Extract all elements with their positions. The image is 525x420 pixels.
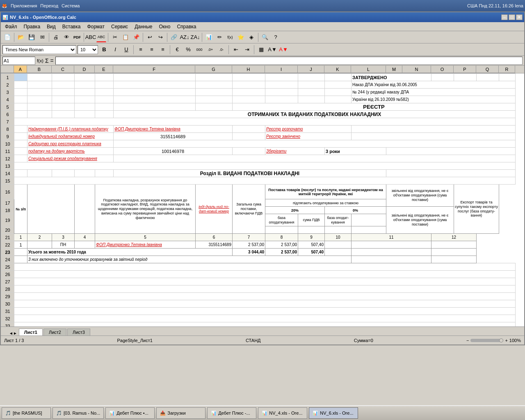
cell-L19[interactable]: [352, 214, 386, 226]
cell-O23[interactable]: [431, 249, 477, 256]
thousands-button[interactable]: 000: [194, 45, 204, 55]
zoom-button[interactable]: 🔍: [260, 32, 270, 42]
cell-I20[interactable]: [265, 226, 298, 234]
percent-button[interactable]: %: [183, 45, 193, 55]
cell-B24[interactable]: 3 них включено до уточнюючих розрахунків…: [27, 256, 352, 263]
align-right-button[interactable]: ≡: [158, 45, 168, 55]
cell-D6[interactable]: [75, 111, 95, 118]
cell-I11[interactable]: Зберігати: [265, 148, 325, 155]
row-num-24[interactable]: 24: [1, 256, 14, 263]
cell-O21[interactable]: 12: [431, 234, 477, 241]
cell-I8[interactable]: Реєстр розпочато: [265, 126, 352, 133]
col-header-H[interactable]: H: [232, 66, 265, 73]
cell-I1[interactable]: [265, 74, 298, 81]
cell-A6[interactable]: [14, 111, 27, 118]
redo-button[interactable]: ↪: [155, 32, 165, 42]
cell-N16[interactable]: Експорт товарів та супутніх такому експо…: [454, 185, 499, 234]
macro-button[interactable]: ⭐: [236, 32, 246, 42]
cell-A23[interactable]: [14, 249, 27, 256]
col-header-K[interactable]: K: [324, 66, 351, 73]
font-size-select[interactable]: 10: [78, 45, 98, 54]
preview-button[interactable]: 👁: [62, 32, 71, 42]
cell-A13[interactable]: [14, 162, 516, 170]
cell-J19[interactable]: сума ПДВ: [298, 214, 325, 226]
menu-format[interactable]: Формат: [84, 23, 107, 30]
cell-L4[interactable]: України від 26.10.2009 №582): [352, 96, 516, 103]
cell-G3[interactable]: [196, 89, 233, 96]
font-color-button[interactable]: A▼: [278, 45, 288, 55]
cell-B8[interactable]: Найменування (П.І.Б.) платника податку: [27, 126, 114, 133]
col-header-C[interactable]: C: [52, 66, 74, 73]
minimize-button[interactable]: ─: [501, 14, 508, 20]
cell-B21[interactable]: 2: [27, 234, 52, 241]
cell-J22[interactable]: 507,40: [298, 241, 325, 249]
menu-help[interactable]: Справка: [174, 23, 199, 30]
cell-E2[interactable]: [95, 81, 114, 89]
sigma-icon[interactable]: Σ: [45, 57, 49, 64]
cell-C5[interactable]: [52, 103, 75, 111]
row-num-3[interactable]: 3: [1, 89, 14, 96]
cell-H4[interactable]: [233, 96, 265, 103]
cell-L11[interactable]: [386, 148, 516, 155]
menu-tools[interactable]: Сервис: [109, 23, 130, 30]
cell-L20[interactable]: [352, 226, 386, 234]
help-button[interactable]: ?: [271, 32, 281, 42]
cell-C6[interactable]: [52, 111, 75, 118]
taskbar-item-5[interactable]: 📊 NV_4.xls - Ore...: [258, 407, 307, 419]
cell-K22[interactable]: [325, 241, 352, 249]
menu-view[interactable]: Вид: [44, 23, 58, 30]
italic-button[interactable]: I: [110, 45, 120, 55]
zoom-out-icon[interactable]: −: [466, 338, 469, 343]
sheet-tab-3[interactable]: Лист3: [67, 329, 90, 336]
cell-J1[interactable]: [298, 74, 325, 81]
cell-L2[interactable]: Наказ ДПА України від 30.06.2005: [352, 81, 516, 89]
cell-I22[interactable]: 2 537,00: [265, 241, 298, 249]
cell-L21[interactable]: 11: [352, 234, 431, 241]
col-header-I[interactable]: I: [265, 66, 298, 73]
sheet-tab-1[interactable]: Лист1: [19, 329, 43, 336]
sheet-scroll-left[interactable]: ◄: [9, 331, 13, 336]
formula-input[interactable]: [55, 57, 523, 65]
cell-D14[interactable]: [75, 170, 95, 177]
cell-H23[interactable]: 3 044,40: [233, 249, 265, 256]
zoom-slider[interactable]: [470, 339, 503, 342]
cut-button[interactable]: ✂: [110, 32, 120, 42]
cell-F1[interactable]: [114, 74, 196, 81]
col-header-O[interactable]: O: [431, 66, 454, 73]
cell-Q1[interactable]: [477, 74, 499, 81]
menu-edit[interactable]: Правка: [21, 23, 43, 30]
datarange-button[interactable]: ◈: [247, 32, 256, 42]
cell-A4[interactable]: [14, 96, 27, 103]
cell-R1[interactable]: [499, 74, 516, 81]
save-button[interactable]: 💾: [27, 32, 37, 42]
cell-C1[interactable]: [52, 74, 75, 81]
underline-button[interactable]: U: [121, 45, 131, 55]
cell-A12[interactable]: [14, 155, 27, 162]
sort2-button[interactable]: ZA↓: [190, 32, 200, 42]
cell-G2[interactable]: [196, 81, 233, 89]
cell-H1[interactable]: [233, 74, 265, 81]
cell-I17[interactable]: підлягають оподаткуванню за ставкою: [265, 199, 386, 207]
cell-I9[interactable]: Реєстр закінчено: [265, 133, 352, 140]
col-header-M[interactable]: M: [386, 66, 402, 73]
cell-J3[interactable]: [298, 89, 325, 96]
row-num-6[interactable]: 6: [1, 111, 14, 118]
cell-G16[interactable]: інді-дуаль-ний по-дат-ковий номер: [196, 185, 233, 234]
cell-K3[interactable]: [325, 89, 352, 96]
cell-G1[interactable]: [196, 74, 233, 81]
cell-A15[interactable]: [14, 177, 516, 185]
row-num-7[interactable]: 7: [1, 118, 14, 126]
cell-I19[interactable]: база оподаткування: [265, 214, 298, 226]
cell-C14[interactable]: [52, 170, 75, 177]
align-left-button[interactable]: ≡: [136, 45, 146, 55]
cell-F3[interactable]: [114, 89, 196, 96]
cell-K18[interactable]: 0%: [325, 207, 386, 214]
cell-E14[interactable]: [95, 170, 114, 177]
cell-L23[interactable]: [352, 249, 431, 256]
menu-data[interactable]: Данные: [132, 23, 155, 30]
cell-F9[interactable]: 3155114689: [114, 133, 233, 140]
cell-A21[interactable]: 1: [14, 234, 27, 241]
col-header-F[interactable]: F: [113, 66, 195, 73]
menu-insert[interactable]: Вставка: [60, 23, 83, 30]
col-header-B[interactable]: B: [27, 66, 52, 73]
